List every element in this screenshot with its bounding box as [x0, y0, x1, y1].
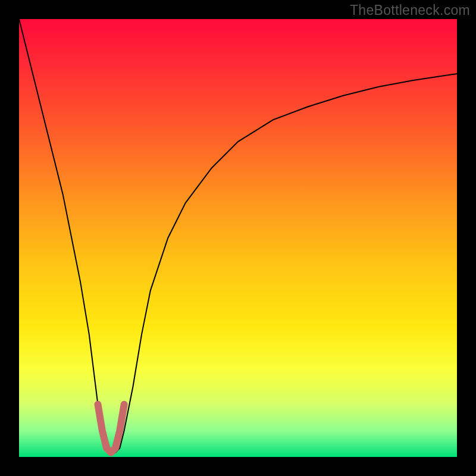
- chart-svg: [19, 19, 457, 457]
- plot-area: [19, 19, 457, 457]
- chart-frame: TheBottleneck.com: [0, 0, 476, 476]
- watermark-text: TheBottleneck.com: [350, 2, 470, 18]
